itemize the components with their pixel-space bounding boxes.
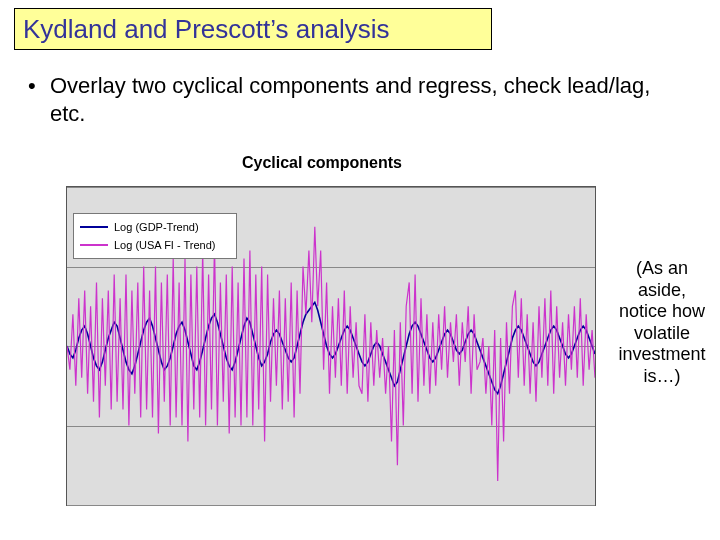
slide-title: Kydland and Prescott’s analysis xyxy=(14,8,492,50)
chart-legend: Log (GDP-Trend) Log (USA FI - Trend) xyxy=(73,213,237,259)
bullet-item: • Overlay two cyclical components and re… xyxy=(28,72,668,127)
bullet-text: Overlay two cyclical components and regr… xyxy=(50,72,668,127)
legend-label-gdp: Log (GDP-Trend) xyxy=(114,221,199,233)
slide-title-text: Kydland and Prescott’s analysis xyxy=(23,14,390,45)
aside-annotation: (As an aside, notice how volatile invest… xyxy=(612,258,712,388)
legend-swatch-gdp xyxy=(80,226,108,228)
legend-row-gdp: Log (GDP-Trend) xyxy=(80,218,230,236)
series-line-fi xyxy=(67,227,595,481)
slide: Kydland and Prescott’s analysis • Overla… xyxy=(0,0,720,540)
bullet-dot-icon: • xyxy=(28,72,50,127)
chart-plot-area: Log (GDP-Trend) Log (USA FI - Trend) xyxy=(66,186,596,506)
chart-gridline xyxy=(67,505,595,506)
chart-container: Cyclical components Log (GDP-Trend) Log … xyxy=(34,148,610,518)
chart-y-axis-margin xyxy=(34,186,66,506)
legend-label-fi: Log (USA FI - Trend) xyxy=(114,239,215,251)
legend-row-fi: Log (USA FI - Trend) xyxy=(80,236,230,254)
legend-swatch-fi xyxy=(80,244,108,246)
chart-title: Cyclical components xyxy=(34,154,610,172)
